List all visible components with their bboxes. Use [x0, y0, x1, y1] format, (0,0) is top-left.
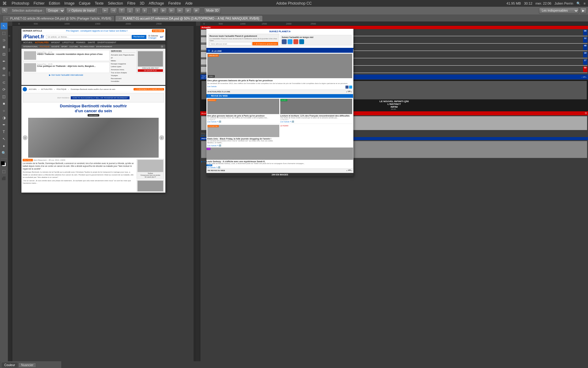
service-lettres[interactable]: Lettres types — [111, 65, 135, 68]
service-troc[interactable]: Troc et don d'objets — [111, 71, 135, 75]
nav-divertissement[interactable]: DIVERTISSEMENT — [97, 41, 116, 44]
type-tool[interactable]: T — [1, 128, 7, 135]
site-search-input[interactable] — [46, 35, 131, 39]
next-btn[interactable]: › — [159, 135, 164, 140]
align-left-btn[interactable]: ⊢ — [102, 8, 109, 14]
breadcrumb-politique[interactable]: POLITIQUE — [57, 88, 66, 90]
pen-tool[interactable]: ✒ — [1, 121, 7, 128]
menu-fichier[interactable]: Fichier — [33, 1, 44, 6]
main-read-more[interactable]: Lire l'article — [207, 86, 217, 89]
history-brush-tool[interactable]: ⟳ — [1, 86, 7, 93]
main-article-title[interactable]: Des plus grosses baisses de prix à Paris… — [207, 79, 352, 82]
subnav-sport[interactable]: SPORT — [61, 46, 68, 48]
newsletter-email-input[interactable] — [209, 42, 252, 45]
breadcrumb-actualites[interactable]: ACTUALITÉS — [41, 88, 52, 90]
move-tool[interactable]: ↖ — [1, 23, 7, 29]
nav-sante[interactable]: SANTÉ — [88, 41, 95, 44]
distribute-middle-btn[interactable]: ⊬ — [185, 8, 192, 14]
align-bottom-btn[interactable]: ⊧ — [142, 8, 148, 14]
tab1-close-icon[interactable]: ✕ — [6, 17, 8, 20]
nav-actualites[interactable]: ACTUALITÉS — [35, 41, 48, 44]
distribute-center-btn[interactable]: ⊫ — [160, 8, 167, 14]
google-icon[interactable] — [293, 39, 298, 44]
crop-tool[interactable]: ⊡ — [1, 51, 7, 58]
info-next-btn[interactable]: › — [586, 76, 587, 78]
doc-right[interactable]: 0 500 1000 1500 2000 2500 — [196, 21, 588, 361]
subnav-technologies[interactable]: TECHNOLOGIES — [80, 46, 94, 48]
lasso-tool[interactable]: ⊃ — [1, 37, 7, 44]
revue-1-title[interactable]: Des plus grosses baisses de prix à Paris… — [207, 115, 279, 117]
prev-btn[interactable]: ‹ — [23, 135, 28, 140]
arrow-tool-btn[interactable]: ↖ — [1, 8, 8, 14]
subnav-international[interactable]: INTERNATIONAL — [23, 46, 38, 48]
nav-argent[interactable]: ARGENT — [51, 41, 60, 44]
distribute-top-btn[interactable]: ⊨ — [176, 8, 183, 14]
quick-mask-btn[interactable]: ⬚ — [1, 168, 7, 175]
menu-aide[interactable]: Aide — [185, 1, 193, 6]
info-prev-btn[interactable]: ‹ — [582, 76, 582, 78]
doc-right-view[interactable]: SUIVEZ PLANET.fr Recevez toute l'actuali… — [200, 26, 588, 361]
menu-selection[interactable]: Sélection — [108, 1, 123, 6]
shape-tool[interactable]: ♦ — [1, 143, 7, 149]
prev-page-btn[interactable]: ‹ — [346, 90, 347, 93]
menu-image[interactable]: Image — [64, 1, 74, 6]
doc-left-view[interactable]: DERNIER ARTICLE Prix Gagnant : conséquen… — [12, 26, 194, 361]
dodge-tool[interactable]: ◑ — [1, 114, 7, 121]
next-page-btn[interactable]: › — [351, 90, 352, 93]
tw-share-icon[interactable] — [349, 86, 352, 89]
workspace-options-btn[interactable]: ▶ — [580, 8, 587, 14]
tab2-close-icon[interactable]: ✕ — [119, 17, 121, 20]
ad-cta[interactable]: EN SAVOIR PLUS — [138, 69, 163, 72]
article-2-title[interactable]: Crise politique en Thaïlande : déjà troi… — [37, 65, 96, 67]
tab-doc1[interactable]: ✕ PLANET-02-article-06-reference-DA.psd … — [2, 15, 115, 21]
quick-select-tool[interactable]: ✱ — [1, 44, 7, 51]
subscribe-news-btn[interactable]: + S'ABONNER À LA NEWS ACTU — [134, 88, 164, 90]
search-btn[interactable]: Rechercher — [132, 35, 146, 39]
revue-3-read[interactable]: Lire l'article ✎ 🔢 — [207, 144, 279, 147]
workspace-select[interactable]: Les indispensables — [539, 8, 579, 14]
service-voyages[interactable]: Voyages — [111, 74, 135, 77]
search-icon[interactable]: 🔍 — [576, 2, 581, 6]
revue-prev-btn[interactable]: ‹ — [346, 169, 347, 172]
marquee-tool[interactable]: ⬚ — [1, 30, 7, 36]
distribute-right-btn[interactable]: ⊩ — [168, 8, 175, 14]
doc-left[interactable]: 0 500 1000 1500 2000 2500 0 — [8, 21, 195, 361]
swatches-tab[interactable]: Nuancier — [18, 362, 36, 368]
revue-next-btn[interactable]: › — [351, 169, 352, 172]
revue-2-title[interactable]: Lecture et écriture: 11% des Français re… — [280, 115, 352, 117]
menu-edition[interactable]: Edition — [49, 1, 60, 6]
subscribe-btn[interactable]: S'identifier — [152, 29, 164, 32]
eyedropper-tool[interactable]: ✒ — [1, 58, 7, 65]
revue-2-read[interactable]: Lire l'article ✎ 🔢 — [280, 121, 352, 123]
options-transform-btn[interactable]: ✓ Options de transf. — [66, 8, 98, 14]
menu-photoshop[interactable]: Photoshop — [12, 1, 29, 6]
align-center-btn[interactable]: ⊣ — [110, 8, 117, 14]
menu-calque[interactable]: Calque — [79, 1, 90, 6]
service-annonces[interactable]: Annonces immo. — [111, 68, 135, 71]
subnav-more-btn[interactable]: ? — [160, 45, 164, 48]
revue-4-read[interactable]: Lire l'article ✎ 🔢 — [206, 166, 353, 168]
gradient-tool[interactable]: ■ — [1, 100, 7, 107]
article-1-title[interactable]: VIDEO Thaïlande : nouvelle inondation de… — [37, 53, 103, 55]
service-immobilier[interactable]: Immobilier — [111, 80, 135, 83]
revue-3-title[interactable]: Etats-Unis : Black Friday, la folle jour… — [207, 138, 279, 140]
twitter-icon[interactable] — [288, 39, 292, 44]
subnav-societe[interactable]: SOCIÉTÉ — [51, 46, 59, 48]
screen-mode-btn[interactable]: ⬛ — [1, 175, 7, 182]
service-annuaire[interactable]: Annuaire avec PagesJaunes 🏷 — [111, 54, 135, 59]
newsletter-submit-btn[interactable]: ✓ Je m'abonne gratuitement — [252, 42, 278, 45]
brush-tool[interactable]: ✏ — [1, 72, 7, 79]
nav-femmes[interactable]: FEMMES — [76, 41, 85, 44]
eraser-tool[interactable]: ◫ — [1, 93, 7, 100]
linkedin-icon[interactable] — [299, 39, 304, 44]
breadcrumb-home-icon[interactable] — [23, 87, 27, 91]
subnav-culture[interactable]: CULTURE — [69, 46, 78, 48]
subnav-environnement[interactable]: ENVIRONNEMENT — [96, 46, 112, 48]
facebook-icon[interactable] — [282, 39, 287, 44]
menu-extra-icon[interactable]: ≡ — [584, 2, 586, 5]
align-top-btn[interactable]: ⊥ — [126, 8, 134, 14]
menu-texte[interactable]: Texte — [95, 1, 104, 6]
menu-fenetre[interactable]: Fenêtre — [168, 1, 181, 6]
distribute-left-btn[interactable]: ⊪ — [152, 8, 159, 14]
menu-affichage[interactable]: Affichage — [149, 1, 164, 6]
